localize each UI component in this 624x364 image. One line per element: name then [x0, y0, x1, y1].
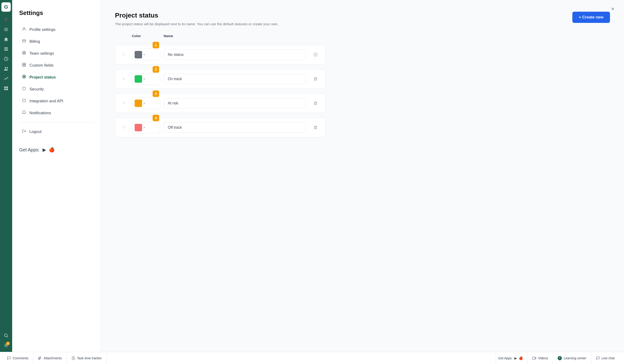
custom-fields-icon: [22, 63, 26, 68]
sidebar-item-project-status-label: Project status: [29, 75, 56, 80]
row-badge-1: 1: [153, 42, 159, 48]
bottom-time-tracker[interactable]: Task time tracker: [67, 352, 107, 364]
color-dropdown-arrow-4: ▾: [144, 126, 145, 129]
get-apps-label: Get Apps:: [19, 147, 40, 153]
bottom-learning-center[interactable]: ? Learning center: [553, 352, 591, 364]
table-row: 1 ⠿ ▾: [115, 45, 325, 64]
nav-search[interactable]: [2, 331, 10, 340]
status-delete-button-2[interactable]: [310, 76, 321, 82]
integration-icon: [22, 98, 26, 104]
status-name-input-4[interactable]: [164, 122, 306, 133]
bottom-live-chat[interactable]: Live chat: [591, 352, 619, 364]
bottom-bar: Comments Attachments Task time tracker G…: [0, 352, 624, 364]
nav-add[interactable]: ➕: [2, 15, 10, 24]
drag-handle-2[interactable]: ⠿: [119, 77, 128, 81]
table-row: 3 ⠿ ▾: [115, 93, 325, 113]
page-header-left: Project status The project status will b…: [115, 12, 279, 27]
apple-app-icon[interactable]: 🍎: [49, 147, 55, 153]
sidebar-item-notifications[interactable]: Notifications: [19, 107, 94, 119]
table-row: 2 ⠿ ▾: [115, 69, 325, 89]
svg-rect-40: [314, 102, 317, 105]
bottom-attachments[interactable]: Attachments: [33, 352, 67, 364]
nav-settings[interactable]: 4: [2, 341, 10, 350]
sidebar-item-team[interactable]: Team settings: [19, 48, 94, 59]
close-button[interactable]: ×: [609, 5, 617, 13]
status-name-input-1[interactable]: [164, 50, 306, 60]
bottom-attachments-label: Attachments: [44, 356, 62, 360]
sidebar-item-team-label: Team settings: [29, 51, 54, 56]
drag-handle-1[interactable]: ⠿: [119, 52, 128, 57]
sidebar-item-security-label: Security: [29, 87, 44, 92]
sidebar-item-project-status[interactable]: Project status: [19, 71, 94, 83]
create-new-button[interactable]: + Create new: [572, 12, 610, 23]
bottom-learning-center-label: Learning center: [564, 356, 586, 360]
videos-icon: [532, 356, 536, 360]
bottom-comments-label: Comments: [13, 356, 28, 360]
svg-rect-1: [4, 29, 8, 30]
bottom-apple-icon[interactable]: 🍎: [519, 356, 523, 360]
attachments-icon: [38, 356, 42, 360]
drag-handle-4[interactable]: ⠿: [119, 125, 128, 130]
bottom-comments[interactable]: Comments: [5, 352, 33, 364]
android-app-icon[interactable]: ▶: [43, 147, 46, 153]
svg-rect-0: [4, 28, 8, 28]
table-header: Color Name: [115, 34, 325, 40]
svg-rect-27: [23, 65, 24, 66]
color-picker-2[interactable]: ▾: [132, 73, 160, 85]
sidebar-item-custom-fields-label: Custom fields: [29, 63, 53, 68]
drag-handle-3[interactable]: ⠿: [119, 101, 128, 105]
status-delete-button-4[interactable]: [310, 124, 321, 131]
svg-line-14: [7, 337, 8, 337]
svg-rect-3: [4, 48, 8, 48]
status-delete-button-3[interactable]: [310, 100, 321, 107]
settings-sidebar: Settings Profile settings Billing: [12, 0, 101, 352]
sidebar-item-profile-label: Profile settings: [29, 27, 56, 32]
svg-rect-17: [23, 40, 26, 42]
svg-point-13: [4, 334, 7, 337]
bottom-get-apps: Get Apps: ▶ 🍎: [496, 352, 527, 364]
app-logo[interactable]: G: [1, 2, 11, 12]
status-info-button-1[interactable]: [310, 51, 321, 58]
sidebar-item-integration-label: Integration and API: [29, 99, 63, 104]
sidebar-item-custom-fields[interactable]: Custom fields: [19, 59, 94, 71]
page-title: Project status: [115, 12, 279, 19]
sidebar-item-logout[interactable]: Logout: [19, 126, 94, 138]
color-swatch-1: [135, 51, 142, 58]
nav-menu[interactable]: [2, 25, 10, 34]
app-sidebar: G ➕: [0, 0, 12, 352]
svg-rect-48: [533, 357, 535, 359]
svg-rect-9: [4, 86, 6, 88]
svg-rect-26: [24, 63, 26, 64]
color-picker-1[interactable]: ▾: [132, 49, 160, 60]
color-picker-4[interactable]: ▾: [132, 122, 160, 133]
nav-team[interactable]: [2, 64, 10, 73]
sidebar-item-security[interactable]: Security: [19, 83, 94, 95]
sidebar-item-profile[interactable]: Profile settings: [19, 24, 94, 35]
svg-point-36: [315, 53, 316, 54]
nav-clock[interactable]: [2, 55, 10, 63]
sidebar-item-billing[interactable]: Billing: [19, 35, 94, 48]
bottom-android-icon[interactable]: ▶: [514, 356, 517, 360]
svg-rect-5: [4, 50, 8, 51]
svg-marker-31: [23, 99, 26, 102]
main-content: × Project status The project status will…: [101, 0, 624, 352]
bottom-get-apps-label: Get Apps:: [498, 356, 513, 360]
color-picker-3[interactable]: ▾: [132, 97, 160, 109]
status-name-input-3[interactable]: [164, 98, 306, 108]
svg-rect-4: [4, 49, 8, 50]
svg-rect-10: [6, 86, 8, 88]
nav-list[interactable]: [2, 45, 10, 53]
settings-badge: 4: [6, 341, 10, 345]
sidebar-item-notifications-label: Notifications: [29, 111, 51, 115]
live-chat-icon: [596, 356, 600, 360]
status-name-input-2[interactable]: [164, 74, 306, 84]
row-badge-4: 4: [153, 115, 159, 121]
nav-home[interactable]: [2, 35, 10, 43]
sidebar-item-integration[interactable]: Integration and API: [19, 95, 94, 107]
settings-title: Settings: [19, 9, 94, 17]
nav-analytics[interactable]: [2, 74, 10, 83]
svg-rect-12: [6, 89, 8, 90]
svg-rect-25: [23, 63, 24, 64]
nav-dashboard[interactable]: [2, 84, 10, 93]
bottom-videos[interactable]: Videos: [527, 352, 553, 364]
